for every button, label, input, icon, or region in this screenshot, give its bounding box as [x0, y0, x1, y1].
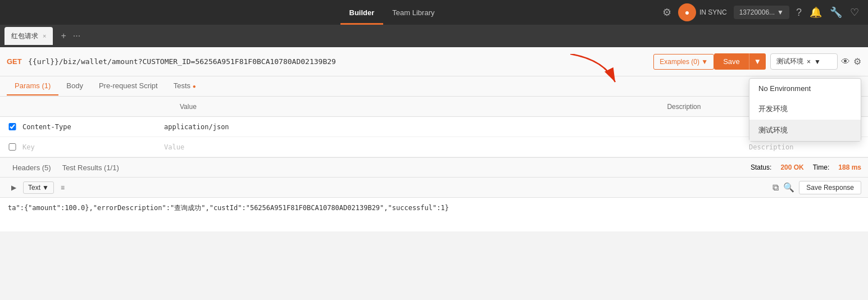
save-button[interactable]: Save — [714, 53, 749, 70]
format-dropdown[interactable]: Text ▼ — [23, 181, 54, 194]
add-tab-icon[interactable]: + — [60, 30, 67, 42]
sync-label: IN SYNC — [699, 8, 727, 16]
examples-arrow-icon: ▼ — [701, 58, 708, 66]
account-button[interactable]: 13720006... ▼ — [734, 6, 789, 19]
close-tab-icon[interactable]: × — [43, 33, 46, 39]
team-library-label: Team Library — [392, 8, 434, 17]
request-tab-active[interactable]: 红包请求 × — [4, 27, 53, 45]
tab-team-library[interactable]: Team Library — [383, 0, 443, 25]
view-button[interactable]: ▶ — [7, 181, 21, 194]
sync-icon: ● — [678, 3, 696, 21]
env-gear-icon[interactable]: ⚙ — [853, 56, 861, 67]
env-selector-area: 测试环境 × ▼ 👁 ⚙ No Environment 开发环境 测试环境 — [770, 53, 861, 70]
row-checkbox[interactable] — [7, 123, 18, 130]
response-body-bar: ▶ Text ▼ ≡ ⧉ 🔍 Save Response — [0, 178, 868, 198]
eye-icon[interactable]: 👁 — [841, 57, 850, 67]
response-tabs: Headers (5) Test Results (1/1) — [7, 159, 125, 176]
save-area: Examples (0) ▼ Save ▼ — [653, 53, 766, 70]
col-value-header: Value — [180, 103, 667, 111]
time-label: Time: — [813, 163, 830, 171]
copy-icon[interactable]: ⧉ — [772, 183, 779, 193]
cell-key-placeholder: Key — [22, 143, 164, 151]
tab-body[interactable]: Body — [58, 77, 91, 96]
tab-builder[interactable]: Builder — [340, 0, 384, 25]
table-row: Content-Type application/json — [0, 117, 868, 137]
search-icon[interactable]: 🔍 — [783, 182, 794, 193]
tab-params[interactable]: Params (1) — [7, 77, 58, 96]
cell-value-placeholder: Value — [164, 143, 749, 151]
format-arrow-icon: ▼ — [42, 184, 49, 192]
topbar-right-area: ⚙ ● IN SYNC 13720006... ▼ ? 🔔 🔧 ♡ — [662, 3, 859, 21]
env-option-dev[interactable]: 开发环境 — [749, 98, 861, 120]
more-tabs-icon[interactable]: ··· — [72, 30, 81, 42]
resp-format-tabs: ▶ Text ▼ ≡ — [7, 181, 69, 194]
tab-pre-request-script[interactable]: Pre-request Script — [91, 77, 166, 96]
env-close-icon[interactable]: × — [807, 58, 811, 66]
account-arrow-icon: ▼ — [777, 8, 784, 16]
row-checkbox-placeholder[interactable] — [7, 143, 18, 151]
account-label: 13720006... — [739, 8, 775, 16]
topbar: Builder Team Library ⚙ ● IN SYNC 1372000… — [0, 0, 868, 25]
sync-badge: ● IN SYNC — [678, 3, 727, 21]
method-badge: GET — [7, 57, 24, 66]
bell-icon[interactable]: 🔔 — [810, 6, 822, 19]
lines-icon[interactable]: ≡ — [56, 181, 69, 194]
examples-label: Examples (0) — [660, 58, 699, 66]
request-tab-label: 红包请求 — [11, 31, 38, 41]
tab-headers[interactable]: Headers (5) — [7, 159, 57, 176]
env-popup: No Environment 开发环境 测试环境 — [749, 78, 861, 142]
tabs-bar: 红包请求 × + ··· — [0, 25, 868, 47]
env-dropdown[interactable]: 测试环境 × ▼ — [770, 53, 838, 70]
save-dropdown-button[interactable]: ▼ — [749, 53, 766, 70]
topbar-center: Builder Team Library — [340, 0, 444, 25]
env-option-no-environment[interactable]: No Environment — [749, 79, 861, 98]
settings-icon[interactable]: ⚙ — [662, 6, 671, 19]
examples-button[interactable]: Examples (0) ▼ — [653, 54, 714, 70]
env-option-test[interactable]: 测试环境 — [749, 120, 861, 141]
response-bar: Headers (5) Test Results (1/1) Status: 2… — [0, 157, 868, 178]
format-label: Text — [28, 184, 40, 192]
table-header: Value Description ··· Bulk Edit Presets … — [0, 97, 868, 117]
cell-key: Content-Type — [22, 123, 164, 131]
table-row-placeholder: Key Value Description — [0, 137, 868, 157]
save-response-button[interactable]: Save Response — [799, 181, 861, 194]
time-value: 188 ms — [838, 163, 861, 171]
tab-tests[interactable]: Tests ● — [166, 77, 204, 96]
resp-body-actions: ⧉ 🔍 Save Response — [772, 181, 861, 194]
url-input[interactable] — [28, 57, 644, 66]
help-icon[interactable]: ? — [796, 7, 802, 19]
env-arrow-icon[interactable]: ▼ — [814, 58, 821, 66]
builder-label: Builder — [349, 8, 375, 17]
url-bar: GET Examples (0) ▼ Save ▼ 测试环境 × ▼ 👁 ⚙ N… — [0, 47, 868, 76]
options-bar: Params (1) Body Pre-request Script Tests… — [0, 76, 868, 97]
cell-desc-placeholder: Description — [749, 143, 861, 151]
response-content: ta":{"amount":100.0},"errorDescription":… — [0, 198, 868, 231]
tabs-bar-actions: + ··· — [60, 30, 81, 42]
status-label: Status: — [751, 163, 771, 171]
response-status: Status: 200 OK Time: 188 ms — [751, 163, 861, 171]
tab-test-results[interactable]: Test Results (1/1) — [57, 159, 125, 176]
wrench-icon[interactable]: 🔧 — [830, 6, 842, 19]
cell-value: application/json — [164, 123, 749, 131]
heart-icon[interactable]: ♡ — [850, 6, 859, 19]
env-label: 测试环境 — [776, 57, 803, 66]
topbar-icons: ? 🔔 🔧 ♡ — [796, 6, 859, 19]
options-tabs: Params (1) Body Pre-request Script Tests… — [7, 77, 204, 96]
status-value: 200 OK — [780, 163, 803, 171]
response-text: ta":{"amount":100.0},"errorDescription":… — [8, 204, 449, 212]
